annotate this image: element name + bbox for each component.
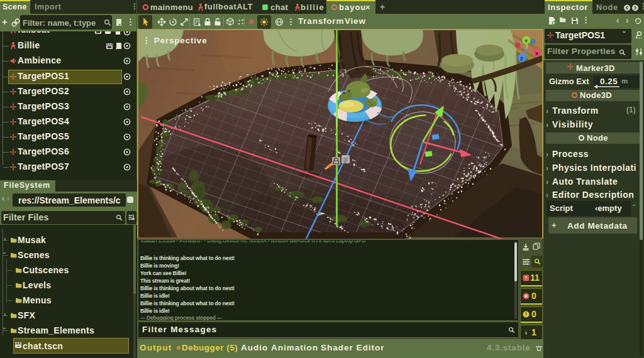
svg-text:Y: Y bbox=[525, 38, 528, 44]
svg-text:X: X bbox=[535, 51, 539, 57]
svg-text:⋮ Perspective: ⋮ Perspective bbox=[142, 36, 207, 45]
svg-text:Z: Z bbox=[520, 56, 523, 62]
